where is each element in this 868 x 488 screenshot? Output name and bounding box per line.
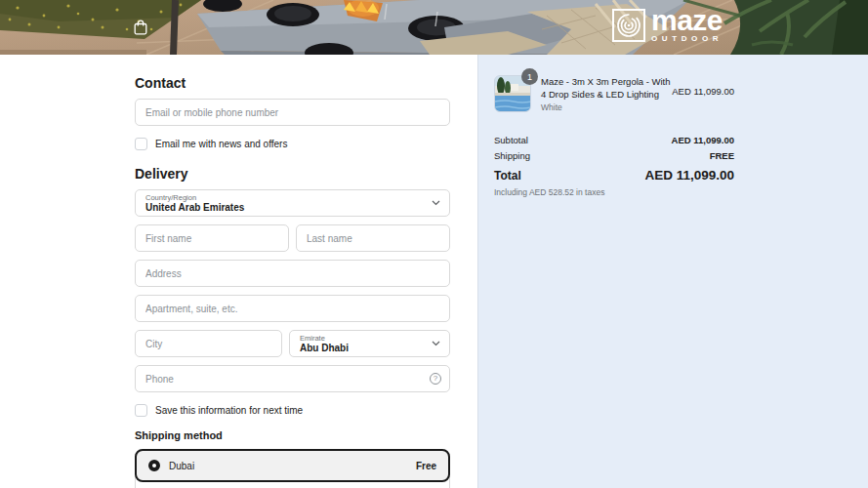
tax-note: Including AED 528.52 in taxes	[494, 187, 734, 197]
save-info-checkbox-row[interactable]: Save this information for next time	[135, 404, 450, 417]
shipping-method-heading: Shipping method	[135, 429, 450, 441]
product-variant: White	[541, 102, 672, 112]
chevron-down-icon	[432, 200, 440, 206]
country-select-value: United Arab Emirates	[145, 202, 426, 214]
subtotal-label: Subtotal	[494, 135, 528, 145]
shipping-label: Shipping	[494, 150, 530, 161]
first-name-field[interactable]	[135, 224, 289, 252]
chevron-down-icon	[432, 341, 440, 346]
save-info-checkbox[interactable]	[135, 404, 147, 417]
delivery-heading: Delivery	[135, 166, 450, 182]
subtotal-value: AED 11,099.00	[672, 135, 734, 145]
news-offers-label: Email me with news and offers	[155, 139, 287, 149]
cart-item-row: 1 Maze - 3m X 3m Pergola - With 4 Drop S…	[494, 75, 734, 112]
apartment-field[interactable]	[135, 295, 450, 322]
last-name-field[interactable]	[296, 224, 450, 252]
brand-name: maze	[651, 8, 723, 33]
shipping-row: Shipping FREE	[494, 150, 734, 161]
city-field[interactable]	[135, 330, 282, 357]
total-label: Total	[494, 169, 521, 183]
totals-section: Subtotal AED 11,099.00 Shipping FREE Tot…	[494, 135, 734, 197]
shipping-method-list: Dubai Free Abu Dhabi AED 400.00	[135, 449, 450, 488]
country-select[interactable]: Country/Region United Arab Emirates	[135, 189, 450, 217]
shipping-option-label: Dubai	[169, 461, 194, 471]
shipping-option-dubai[interactable]: Dubai Free	[135, 449, 450, 482]
country-select-label: Country/Region	[145, 193, 426, 202]
email-field[interactable]	[135, 99, 450, 126]
hero-banner: maze OUTDOOR	[0, 0, 868, 55]
cart-bag-icon[interactable]	[134, 20, 147, 35]
total-row: Total AED 11,099.00	[494, 168, 734, 183]
radio-selected-icon[interactable]	[148, 460, 160, 471]
save-info-label: Save this information for next time	[155, 405, 303, 416]
checkout-form-column: Contact Email me with news and offers De…	[0, 55, 477, 488]
store-logo[interactable]: maze OUTDOOR	[611, 8, 723, 43]
address-field[interactable]	[135, 260, 450, 287]
total-value: AED 11,099.00	[644, 168, 734, 183]
help-icon[interactable]: ?	[430, 373, 441, 385]
phone-field[interactable]	[135, 365, 450, 392]
product-price: AED 11,099.00	[672, 86, 734, 97]
news-offers-checkbox-row[interactable]: Email me with news and offers	[135, 138, 450, 150]
hero-image	[0, 0, 868, 55]
subtotal-row: Subtotal AED 11,099.00	[494, 135, 734, 145]
order-summary-column: 1 Maze - 3m X 3m Pergola - With 4 Drop S…	[477, 55, 868, 488]
quantity-badge: 1	[521, 68, 538, 85]
news-offers-checkbox[interactable]	[135, 138, 147, 150]
emirate-select-value: Abu Dhabi	[300, 343, 426, 354]
shipping-option-price: Free	[416, 461, 436, 471]
contact-heading: Contact	[135, 75, 450, 91]
maze-logo-icon	[611, 8, 646, 43]
emirate-select[interactable]: Emirate Abu Dhabi	[289, 330, 450, 357]
brand-tagline: OUTDOOR	[651, 34, 723, 43]
emirate-select-label: Emirate	[300, 334, 426, 343]
product-title: Maze - 3m X 3m Pergola - With 4 Drop Sid…	[541, 75, 672, 102]
shipping-option-abu-dhabi[interactable]: Abu Dhabi AED 400.00	[136, 481, 449, 488]
shipping-value: FREE	[710, 150, 734, 161]
